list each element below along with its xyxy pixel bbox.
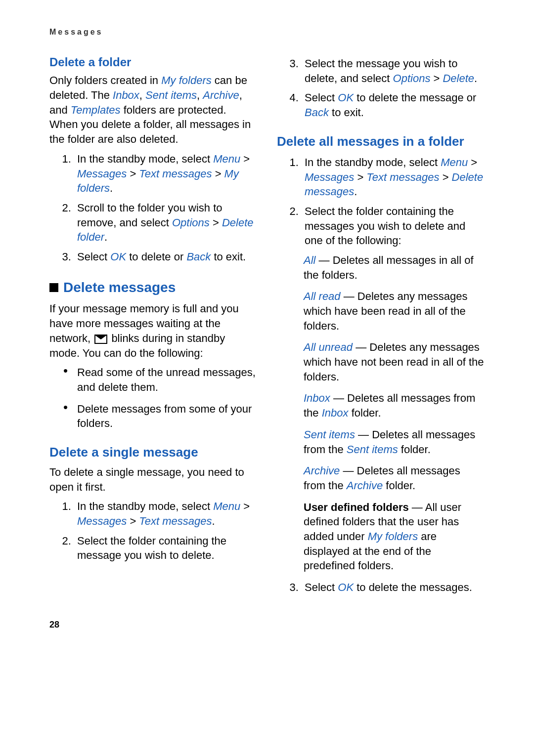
text: . — [354, 185, 357, 198]
text: — Deletes all messages in all of the fol… — [304, 254, 474, 281]
text: > — [430, 72, 443, 84]
term-menu: Menu — [441, 156, 468, 168]
term-all: All — [304, 254, 315, 266]
square-icon — [49, 283, 58, 292]
term-options: Options — [172, 216, 210, 229]
page-header: Messages — [49, 28, 485, 37]
term-sent-items: Sent items — [145, 89, 197, 101]
term-text-messages: Text messages — [366, 171, 439, 183]
text: In the standby mode, select — [305, 156, 441, 168]
term-all-read: All read — [304, 290, 341, 302]
text: . — [104, 231, 107, 243]
term-inbox: Inbox — [304, 392, 330, 404]
list-item: Select the folder containing the message… — [74, 534, 257, 563]
term-menu: Menu — [213, 153, 240, 165]
text: Only folders created in — [49, 74, 161, 86]
list-item: Scroll to the folder you wish to remove,… — [74, 201, 257, 245]
text: to delete or — [126, 251, 186, 263]
steps-delete-single-cont: Select the message you wish to delete, a… — [277, 56, 485, 120]
term-archive: Archive — [347, 479, 383, 492]
list-item: Read some of the unread messages, and de… — [63, 365, 257, 394]
steps-delete-single: In the standby mode, select Menu > Messa… — [49, 499, 257, 563]
term-archive: Archive — [304, 464, 340, 477]
term-delete: Delete — [443, 72, 474, 84]
text: . — [474, 72, 477, 84]
text: > — [240, 153, 250, 165]
term-messages: Messages — [77, 515, 127, 527]
option-user-defined: User defined folders — All user defined … — [304, 500, 485, 573]
steps-delete-all: In the standby mode, select Menu > Messa… — [277, 155, 485, 248]
text: > — [354, 171, 366, 183]
bullets-delete-messages: Read some of the unread messages, and de… — [49, 365, 257, 431]
option-all-unread: All unread — Deletes any messages which … — [304, 340, 485, 384]
page-content: Messages Delete a folder Only folders cr… — [0, 0, 534, 658]
term-text-messages: Text messages — [139, 515, 212, 527]
text: > — [240, 500, 250, 512]
term-inbox: Inbox — [322, 407, 349, 419]
list-item: Select the folder containing the message… — [302, 204, 485, 248]
term-sent-items: Sent items — [347, 443, 398, 456]
text: > — [468, 156, 477, 168]
left-column: Delete a folder Only folders created in … — [49, 51, 257, 600]
text: > — [440, 171, 452, 183]
list-item: In the standby mode, select Menu > Messa… — [302, 155, 485, 199]
term-templates: Templates — [71, 104, 121, 116]
option-archive: Archive — Deletes all messages from the … — [304, 463, 485, 493]
heading-delete-all: Delete all messages in a folder — [277, 133, 485, 150]
text: , — [139, 89, 145, 101]
option-all: All — Deletes all messages in all of the… — [304, 253, 485, 282]
term-messages: Messages — [77, 168, 127, 180]
text: In the standby mode, select — [77, 500, 213, 512]
term-sent-items: Sent items — [304, 428, 355, 441]
text: to delete the messages. — [354, 581, 472, 593]
option-all-read: All read — Deletes any messages which ha… — [304, 289, 485, 333]
para-delete-folder: Only folders created in My folders can b… — [49, 73, 257, 146]
term-my-folders: My folders — [368, 530, 418, 543]
steps-delete-folder: In the standby mode, select Menu > Messa… — [49, 152, 257, 264]
text: Select — [305, 91, 338, 104]
text: . — [110, 182, 113, 194]
text: folder. — [398, 443, 431, 456]
text: Select — [305, 581, 338, 593]
term-inbox: Inbox — [113, 89, 139, 101]
term-my-folders: My folders — [161, 74, 211, 86]
term-back: Back — [305, 106, 329, 119]
text: to delete the message or — [354, 91, 476, 104]
term-ok: OK — [110, 251, 126, 263]
list-item: Select OK to delete the messages. — [302, 580, 485, 595]
text: folder. — [349, 407, 381, 419]
term-back: Back — [186, 251, 211, 263]
text: . — [212, 515, 215, 527]
heading-delete-folder: Delete a folder — [49, 54, 257, 70]
text: In the standby mode, select — [77, 153, 213, 165]
heading-text: Delete messages — [63, 278, 176, 297]
term-ok: OK — [338, 581, 354, 593]
term-archive: Archive — [203, 89, 239, 101]
right-column: Select the message you wish to delete, a… — [277, 51, 485, 600]
list-item: Select OK to delete the message or Back … — [302, 90, 485, 120]
list-item: In the standby mode, select Menu > Messa… — [74, 499, 257, 528]
text: Select — [77, 251, 110, 263]
list-item: Select OK to delete or Back to exit. — [74, 250, 257, 264]
text: , — [197, 89, 203, 101]
term-ok: OK — [338, 91, 354, 104]
list-item: Delete messages from some of your folder… — [63, 402, 257, 431]
text: > — [127, 515, 139, 527]
heading-delete-messages: Delete messages — [49, 278, 257, 297]
text: > — [127, 168, 139, 180]
list-item: Select the message you wish to delete, a… — [302, 56, 485, 85]
term-all-unread: All unread — [304, 341, 353, 353]
list-item: In the standby mode, select Menu > Messa… — [74, 152, 257, 196]
term-text-messages: Text messages — [139, 168, 212, 180]
option-sent-items: Sent items — Deletes all messages from t… — [304, 427, 485, 457]
envelope-icon — [94, 335, 107, 344]
para-delete-single: To delete a single message, you need to … — [49, 465, 257, 494]
term-messages: Messages — [305, 171, 354, 183]
text: > — [210, 216, 222, 229]
para-delete-messages: If your message memory is full and you h… — [49, 301, 257, 360]
steps-delete-all-cont: Select OK to delete the messages. — [277, 580, 485, 595]
heading-delete-single: Delete a single message — [49, 444, 257, 461]
page-number: 28 — [49, 620, 485, 630]
two-column-layout: Delete a folder Only folders created in … — [49, 51, 485, 600]
text: to exit. — [329, 106, 364, 119]
